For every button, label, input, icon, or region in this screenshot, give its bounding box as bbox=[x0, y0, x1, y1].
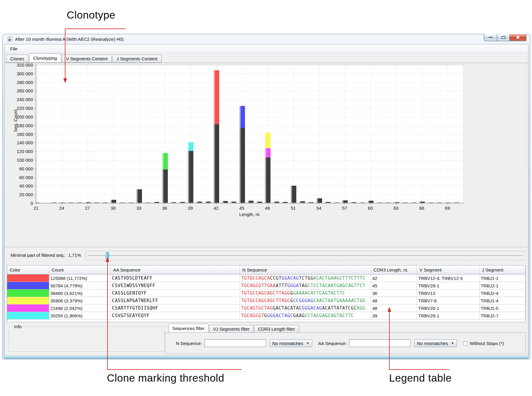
h-gridline bbox=[36, 152, 464, 152]
v-gridline bbox=[370, 65, 371, 203]
v-gridline bbox=[422, 65, 422, 203]
bar-segment-dark bbox=[68, 202, 74, 203]
x-tick-label: 27 bbox=[81, 206, 94, 211]
titlebar[interactable]: After 10 month Illumina A (With AEC2 (Re… bbox=[3, 34, 530, 44]
x-tick-mark bbox=[87, 203, 88, 205]
x-axis-title: Length, nt. bbox=[36, 212, 464, 217]
bar-segment-dark bbox=[222, 201, 228, 203]
column-header-count[interactable]: Count bbox=[49, 266, 111, 274]
column-header-v-segment[interactable]: V Segment bbox=[417, 266, 479, 274]
y-tick-label: 240 000 bbox=[5, 97, 33, 102]
aa-sequence-input[interactable] bbox=[349, 339, 411, 347]
aa-sequence: CSVGTSEAYEQYF bbox=[111, 312, 240, 320]
bar-segment-green bbox=[162, 153, 168, 170]
legend-table-row[interactable]: 50784 (4,779%)CSVEIWDSSYNEQFFTGCAGCGTTGA… bbox=[7, 282, 525, 290]
bar-segment-dark bbox=[231, 202, 236, 203]
menu-file[interactable]: File bbox=[7, 45, 21, 52]
threshold-slider[interactable] bbox=[86, 251, 525, 260]
tab-cdr3-length-filter[interactable]: CDR3 Length filter bbox=[254, 325, 299, 333]
n-sequence-part: TGCAGCGTTGAA bbox=[241, 283, 276, 288]
column-header-j-segment[interactable]: J Segment bbox=[479, 266, 525, 274]
clone-color-swatch bbox=[7, 290, 49, 297]
n-sequence-part: CAACTAATGAAAAACTGG bbox=[313, 298, 365, 303]
legend-table-row[interactable]: 35906 (3,379%)CASSLAPGATNEKLFFTGTGCCAGCA… bbox=[7, 297, 525, 304]
sequences-filter-panel: N Sequence: No mismatches ▼ AA Sequence:… bbox=[165, 332, 526, 354]
column-header-n-sequence[interactable]: N Sequence bbox=[240, 266, 371, 274]
tab-vj-segments-filter[interactable]: VJ Segments filter bbox=[209, 325, 254, 333]
bar-segment-yellow bbox=[265, 133, 271, 148]
bar-segment-dark bbox=[93, 202, 99, 203]
h-gridline bbox=[36, 160, 464, 160]
legend-table-row[interactable]: 21696 (2,042%)CSARTTYGTDIISQHFTGCAGTGCTA… bbox=[7, 304, 525, 312]
clone-count: 50784 (4,779%) bbox=[49, 282, 111, 290]
window-content: File Clones Clonotyping V Segments Conte… bbox=[4, 44, 528, 356]
info-panel-label: Info bbox=[13, 324, 23, 329]
tab-j-segments-content[interactable]: J Segments Content bbox=[112, 55, 162, 63]
tab-clonotyping[interactable]: Clonotyping bbox=[29, 53, 61, 63]
x-tick-label: 33 bbox=[132, 206, 146, 211]
v-gridline bbox=[448, 65, 448, 203]
column-header-aa-sequence[interactable]: AA Sequence bbox=[111, 266, 240, 274]
v-gridline bbox=[88, 65, 88, 203]
bar-segment-dark bbox=[162, 170, 168, 203]
n-sequence-part: GAAAACATTCAGTACTTC bbox=[293, 290, 345, 296]
bar-segment-dark bbox=[36, 202, 39, 203]
minimize-button[interactable] bbox=[484, 34, 497, 41]
y-tick-label: 120 000 bbox=[5, 149, 33, 154]
bar-segment-red bbox=[213, 70, 219, 124]
n-sequence: TGTGCCAGCAGCTTAGGGGAAAACATTCAGTACTTC bbox=[240, 290, 371, 297]
tab-v-segments-content[interactable]: V Segments Content bbox=[62, 55, 112, 63]
n-sequence-part: G bbox=[290, 290, 293, 296]
chevron-down-icon: ▼ bbox=[306, 341, 310, 345]
slider-track[interactable] bbox=[88, 255, 523, 256]
n-sequence-input[interactable] bbox=[204, 339, 266, 347]
cdr3-length: 45 bbox=[371, 282, 417, 290]
clone-color-swatch bbox=[7, 304, 49, 312]
n-sequence-part: CCTACGAGCAGTACTTC bbox=[305, 313, 354, 318]
bar-segment-dark bbox=[85, 202, 91, 203]
bar-segment-dark bbox=[239, 128, 245, 203]
slider-thumb[interactable] bbox=[106, 252, 109, 259]
v-gridline bbox=[319, 65, 319, 203]
bar-segment-dark bbox=[110, 200, 116, 203]
aa-sequence: CASTVDSLDTEAFF bbox=[111, 274, 240, 282]
n-mismatch-select[interactable]: No mismatches ▼ bbox=[270, 339, 312, 347]
without-stops-checkbox[interactable] bbox=[463, 341, 467, 346]
j-segment: TRBJ1-4 bbox=[479, 297, 525, 304]
h-gridline bbox=[36, 178, 464, 178]
legend-table-row[interactable]: 20255 (1,906%)CSVGTSEAYEQYFTGCAGCGTGGGGA… bbox=[7, 312, 525, 320]
x-tick-label: 36 bbox=[158, 206, 171, 211]
j-segment: TRBJ1-1 bbox=[479, 274, 525, 282]
n-sequence-part: TGTGCCAGCA bbox=[241, 275, 270, 281]
legend-table-row[interactable]: 125088 (11,772%)CASTVDSLDTEAFFTGTGCCAGCA… bbox=[7, 274, 525, 282]
bar-chart-plot[interactable] bbox=[36, 65, 464, 203]
bar-segment-magenta bbox=[265, 148, 271, 158]
n-sequence-part: GGACAG bbox=[282, 275, 299, 281]
h-gridline bbox=[36, 65, 464, 65]
aa-mismatch-select[interactable]: No mismatches ▼ bbox=[414, 339, 457, 347]
n-sequence-part: AGG bbox=[357, 305, 365, 311]
h-gridline bbox=[36, 195, 464, 195]
x-tick-mark bbox=[62, 203, 62, 205]
screenshot-stage: Clonotype Clone marking threshold Legend… bbox=[0, 0, 532, 396]
bar-segment-dark bbox=[299, 201, 305, 203]
column-header-color[interactable]: Color bbox=[7, 266, 49, 274]
maximize-button[interactable] bbox=[497, 34, 510, 41]
column-header-cdr3-length[interactable]: CDR3 Length, nt. bbox=[371, 266, 417, 274]
app-window: After 10 month Illumina A (With AEC2 (Re… bbox=[2, 34, 530, 359]
bar-segment-dark bbox=[256, 202, 262, 203]
clone-count: 38480 (3,621%) bbox=[49, 290, 111, 297]
annotation-clonotype: Clonotype bbox=[67, 9, 115, 21]
clone-count: 35906 (3,379%) bbox=[49, 297, 111, 304]
cdr3-length: 39 bbox=[371, 312, 417, 320]
close-button[interactable]: ✖ bbox=[510, 34, 526, 41]
bar-segment-dark bbox=[248, 201, 253, 203]
bottom-area: Info Sequences filter VJ Segments filter… bbox=[5, 322, 528, 356]
tab-clones[interactable]: Clones bbox=[6, 55, 29, 63]
legend-table-row[interactable]: 38480 (3,621%)CASSLGENIQYFTGTGCCAGCAGCTT… bbox=[7, 290, 525, 297]
n-sequence-part: GAAG bbox=[293, 313, 305, 318]
h-gridline bbox=[36, 100, 464, 100]
window-title: After 10 month Illumina A (With AEC2 (Re… bbox=[15, 37, 124, 42]
bar-segment-dark bbox=[334, 202, 339, 203]
tab-sequences-filter[interactable]: Sequences filter bbox=[168, 324, 209, 333]
